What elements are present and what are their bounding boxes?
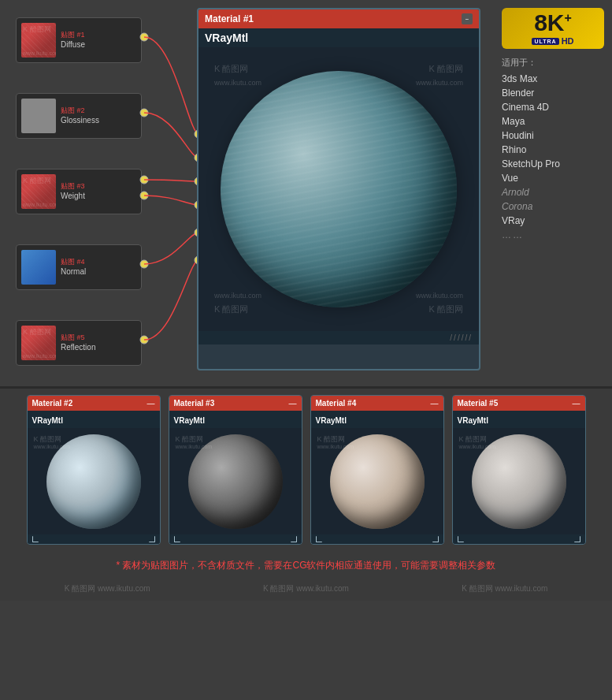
node-card-glossiness[interactable]: 贴图 #2 Glossiness [16,93,142,139]
thumb-card-2-preview: K 酷图网 www.ikutu.com [28,428,160,534]
node-card-diffuse[interactable]: K 酷图网 www.ikutu.com 贴图 #1 Diffuse [16,17,142,63]
preview-wm4: K 酷图网 [429,303,463,315]
node-label-normal: 贴图 #4 Normal [61,258,86,277]
thumb-card-4-subheader: VRayMtl [311,411,443,428]
thumb-card-4-footer [311,534,443,544]
bottom-watermarks: K 酷图网 www.ikutu.com K 酷图网 www.ikutu.com … [0,580,612,601]
node-card-normal[interactable]: 贴图 #4 Normal [16,244,142,290]
footer-note: * 素材为贴图图片，不含材质文件，需要在CG软件内相应通道使用，可能需要调整相关… [0,551,612,580]
corner-left-5 [458,536,464,542]
corner-right-4 [432,536,439,542]
node-card-reflection[interactable]: K 酷图网 www.ikutu.com 贴图 #5 Reflection [16,320,142,366]
main-node-footer: ////// [198,331,479,344]
software-list: 适用于： 3ds Max Blender Cinema 4D Maya Houd… [502,55,604,242]
preview-wm1: K 酷图网 [214,63,248,75]
bottom-section: Material #2 — VRayMtl K 酷图网 www.ikutu.co… [0,389,612,601]
node-thumb-weight: K 酷图网 www.ikutu.com [21,174,56,209]
main-sphere [221,71,457,307]
wm3-url: www.ikutu.com [23,202,56,207]
bwm1: K 酷图网 www.ikutu.com [65,583,150,594]
node-thumb-normal [21,250,56,285]
thumb-card-5-preview: K 酷图网 www.ikutu.com [453,428,585,534]
node-label-reflection: 贴图 #5 Reflection [61,333,95,353]
wm: K 酷图网 [23,24,51,35]
thumb-card-3-footer [169,534,302,544]
node-thumb-diffuse: K 酷图网 www.ikutu.com [21,23,56,58]
t2-wm-url: www.ikutu.com [34,444,71,449]
main-node-preview: K 酷图网 www.ikutu.com K 酷图网 www.ikutu.com … [198,47,479,331]
badge-8k: 8K + ULTRA HD [502,8,604,49]
corner-left-2 [32,536,39,542]
node-label-glossiness: 贴图 #2 Glossiness [61,106,99,126]
node-card-weight[interactable]: K 酷图网 www.ikutu.com 贴图 #3 Weight [16,169,142,214]
thumb-card-3-preview: K 酷图网 www.ikutu.com [169,428,302,534]
t5-wm-url: www.ikutu.com [459,444,496,449]
info-panel: 8K + ULTRA HD 适用于： 3ds Max Blender Cinem… [502,8,604,242]
t4-wm-url: www.ikutu.com [317,444,354,449]
thumb-card-4-preview: K 酷图网 www.ikutu.com [311,428,443,534]
thumb-card-4-header: Material #4 — [311,396,443,411]
preview-wm2-url: www.ikutu.com [416,79,463,87]
node-label-weight: 贴图 #3 Weight [61,182,85,202]
ultra-label: ULTRA [532,38,558,45]
corner-right-2 [149,536,155,542]
wm3: K 酷图网 [23,176,51,186]
main-node-header: Material #1 − [198,9,479,28]
thumbnails-row: Material #2 — VRayMtl K 酷图网 www.ikutu.co… [0,389,612,551]
preview-wm1-url: www.ikutu.com [214,79,261,87]
corner-right-5 [574,536,580,542]
t3-wm-url: www.ikutu.com [176,444,213,449]
thumb-card-3-subheader: VRayMtl [169,411,302,428]
thumb-card-5-subheader: VRayMtl [453,411,585,428]
thumb-card-2-subheader: VRayMtl [28,411,160,428]
main-node-title: Material #1 [205,13,254,24]
thumb-card-5-footer [453,534,585,544]
thumb-card-2-header: Material #2 — [28,396,160,411]
thumb-card-3[interactable]: Material #3 — VRayMtl K 酷图网 www.ikutu.co… [169,395,302,545]
preview-wm4-url: www.ikutu.com [416,292,463,300]
bwm2: K 酷图网 www.ikutu.com [263,583,349,594]
main-material-node[interactable]: Material #1 − VRayMtl K 酷图网 www.ikutu.co… [197,8,480,370]
wm5: K 酷图网 [23,327,51,337]
corner-left-3 [174,536,180,542]
bwm3: K 酷图网 www.ikutu.com [462,583,547,594]
node-label-diffuse: 贴图 #1 Diffuse [61,31,85,50]
applies-to-label: 适用于： [502,55,604,70]
thumb-card-5[interactable]: Material #5 — VRayMtl K 酷图网 www.ikutu.co… [452,395,586,545]
preview-wm3-url: www.ikutu.com [214,292,261,300]
thumb-card-4[interactable]: Material #4 — VRayMtl K 酷图网 www.ikutu.co… [310,395,444,545]
node-thumb-reflection: K 酷图网 www.ikutu.com [21,326,56,360]
thumb-card-2[interactable]: Material #2 — VRayMtl K 酷图网 www.ikutu.co… [27,395,161,545]
main-node-subheader: VRayMtl [198,28,479,47]
minimize-button[interactable]: − [462,13,473,24]
node-thumb-glossiness [21,99,56,133]
hd-label: HD [562,36,574,46]
corner-right-3 [291,536,297,542]
wm-url: www.ikutu.com [23,50,56,56]
thumb-card-2-footer [28,534,160,544]
main-node-subtitle: VRayMtl [205,32,248,44]
preview-wm2: K 酷图网 [429,63,463,75]
thumb-card-5-header: Material #5 — [453,396,585,411]
thumb-card-3-header: Material #3 — [169,396,302,411]
badge-8k-text: 8K [534,11,564,35]
badge-plus: + [565,11,572,25]
main-node-controls[interactable]: − [462,13,473,24]
corner-left-4 [316,536,322,542]
wm5-url: www.ikutu.com [23,353,56,359]
preview-wm3: K 酷图网 [214,303,248,315]
footer-dots: ////// [450,333,473,342]
